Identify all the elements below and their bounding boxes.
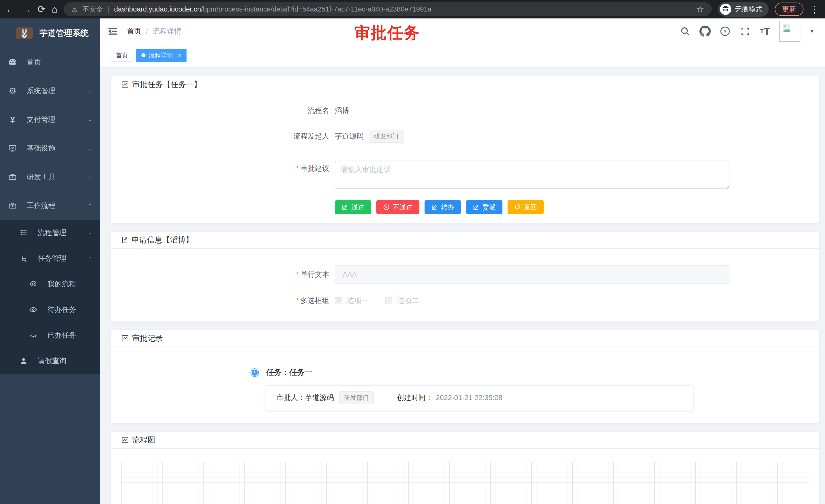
transfer-button[interactable]: 转办 (425, 200, 461, 215)
checkbox-label: 选项二 (397, 296, 419, 306)
checkbox-checked-icon: ✓ (335, 297, 342, 304)
sidebar-item-my-process[interactable]: 我的流程 (0, 271, 100, 297)
breadcrumb-home[interactable]: 首页 (127, 26, 141, 36)
button-label: 转办 (441, 203, 454, 212)
svg-text:?: ? (724, 28, 727, 34)
task-title: 任务：任务一 (266, 367, 312, 378)
sidebar-item-devtools[interactable]: 研发工具 ⌄ (0, 163, 100, 191)
yen-icon: ¥ (8, 115, 17, 124)
sidebar-item-task-mgmt[interactable]: 任务管理 ⌃ (0, 246, 100, 271)
comment-textarea[interactable] (335, 161, 730, 189)
sidebar-item-home[interactable]: 首页 (0, 48, 100, 77)
home-icon[interactable]: ⌂ (52, 4, 58, 14)
sidebar-collapse-icon[interactable] (107, 26, 119, 37)
avatar-caret-icon[interactable]: ▼ (809, 28, 815, 34)
search-icon[interactable] (679, 26, 691, 37)
sidebar-item-label: 系统管理 (27, 86, 88, 96)
security-warning-icon: ⚠ (71, 5, 78, 13)
record-card-header: 审批记录 (111, 330, 819, 347)
breadcrumb: 首页 / 流程详情 (127, 26, 181, 36)
tt-small: T (760, 28, 764, 35)
return-button[interactable]: ↺ 退回 (508, 200, 544, 215)
approve-record-card: 审批记录 任务：任务一 审批人： 芋道源码 研发部门 创建时间： 2022-01… (111, 330, 819, 424)
tree-icon (19, 254, 28, 263)
close-icon[interactable]: × (178, 52, 181, 59)
sidebar: 🐰 芋道管理系统 首页 ⚙ 系统管理 ⌄ ¥ 支付管理 ⌄ 基础设施 ⌄ (0, 18, 100, 504)
undo-icon: ↺ (514, 203, 521, 211)
chevron-up-icon: ⌃ (88, 256, 92, 261)
initiator-label: 流程发起人 (111, 132, 329, 141)
tag-process-detail[interactable]: 流程详情 × (136, 49, 186, 62)
chevron-down-icon: ⌄ (88, 230, 92, 236)
eye-icon (28, 305, 38, 315)
required-mark: * (296, 297, 299, 305)
dashboard-icon (8, 57, 17, 67)
dept-tag: 研发部门 (369, 130, 403, 143)
sidebar-item-todo-tasks[interactable]: 待办任务 (0, 297, 100, 322)
delegate-button[interactable]: 委派 (466, 200, 503, 215)
briefcase-icon (8, 201, 17, 211)
address-bar[interactable]: ⚠ 不安全 | dashboard.yudao.iocoder.cn/bpm/p… (64, 2, 712, 16)
tags-view: 首页 流程详情 × (100, 44, 825, 67)
single-text-label-text: 单行文本 (301, 270, 329, 278)
reload-icon[interactable]: ⟳ (38, 4, 46, 14)
process-name-label: 流程名 (111, 106, 329, 115)
button-label: 不通过 (393, 203, 413, 212)
checkbox-option-1[interactable]: ✓ 选项一 (335, 296, 369, 306)
sidebar-item-label: 已办任务 (48, 330, 92, 340)
card-title: 审批记录 (132, 333, 163, 344)
sidebar-item-process-mgmt[interactable]: 流程管理 ⌄ (0, 220, 100, 246)
tt-big: T (764, 26, 770, 37)
logo-image: 🐰 (16, 27, 33, 39)
single-text-input[interactable] (335, 265, 730, 284)
top-navbar: 首页 / 流程详情 审批任务 ? TT (100, 18, 825, 44)
sidebar-item-infra[interactable]: 基础设施 ⌄ (0, 134, 100, 163)
forward-icon[interactable]: → (21, 4, 31, 14)
font-size-icon[interactable]: TT (759, 26, 771, 37)
approver-name: 芋道源码 (305, 393, 334, 403)
back-icon[interactable]: ← (6, 4, 15, 14)
fullscreen-icon[interactable] (739, 26, 751, 37)
required-mark: * (296, 270, 299, 278)
list-icon (19, 228, 28, 238)
browser-menu-icon[interactable]: ⋮ (810, 4, 819, 15)
github-icon[interactable] (699, 26, 711, 37)
url-text[interactable]: dashboard.yudao.iocoder.cn/bpm/process-i… (114, 5, 432, 13)
browser-chrome: ← → ⟳ ⌂ ⚠ 不安全 | dashboard.yudao.iocoder.… (0, 0, 825, 18)
sidebar-item-leave-query[interactable]: 请假查询 (0, 348, 100, 373)
process-name-value: 滔博 (335, 106, 349, 115)
checkbox-option-2[interactable]: 选项二 (385, 296, 419, 306)
apply-info-card: 申请信息【滔博】 *单行文本 *多选框组 ✓ 选 (111, 231, 819, 322)
chevron-down-icon: ⌄ (88, 174, 92, 180)
app-logo[interactable]: 🐰 芋道管理系统 (0, 18, 100, 48)
avatar[interactable] (779, 21, 801, 42)
process-diagram-card: 流程图 (111, 431, 819, 504)
security-label[interactable]: 不安全 (82, 5, 103, 14)
person-icon (19, 356, 28, 366)
incognito-label: 无痕模式 (735, 5, 762, 14)
face-icon (28, 279, 38, 289)
approve-button[interactable]: 通过 (335, 200, 371, 215)
help-icon[interactable]: ? (720, 26, 731, 37)
dept-tag: 研发部门 (339, 391, 374, 404)
sidebar-item-workflow[interactable]: 工作流程 ⌃ (0, 191, 100, 220)
single-text-label: *单行文本 (111, 270, 329, 279)
checkbox-group-label: *多选框组 (111, 296, 329, 306)
chevron-down-icon: ⌄ (88, 146, 92, 151)
button-label: 通过 (351, 203, 365, 212)
reject-button[interactable]: 不通过 (376, 200, 420, 215)
browser-update-button[interactable]: 更新 (775, 3, 804, 16)
bookmark-star-icon[interactable]: ☆ (696, 4, 704, 14)
comment-label-text: 审批建议 (301, 164, 329, 172)
tag-home[interactable]: 首页 (111, 49, 133, 62)
sidebar-item-pay[interactable]: ¥ 支付管理 ⌄ (0, 105, 100, 134)
sidebar-item-label: 我的流程 (48, 279, 92, 289)
toolbox-icon (8, 172, 17, 182)
checkbox-group-label-text: 多选框组 (301, 297, 329, 305)
sidebar-item-done-tasks[interactable]: 已办任务 (0, 322, 100, 348)
tag-label: 流程详情 (149, 51, 173, 60)
diagram-card-header: 流程图 (111, 432, 819, 449)
sidebar-item-label: 首页 (27, 57, 92, 67)
bpmn-canvas[interactable] (122, 462, 809, 504)
sidebar-item-system[interactable]: ⚙ 系统管理 ⌄ (0, 77, 100, 105)
